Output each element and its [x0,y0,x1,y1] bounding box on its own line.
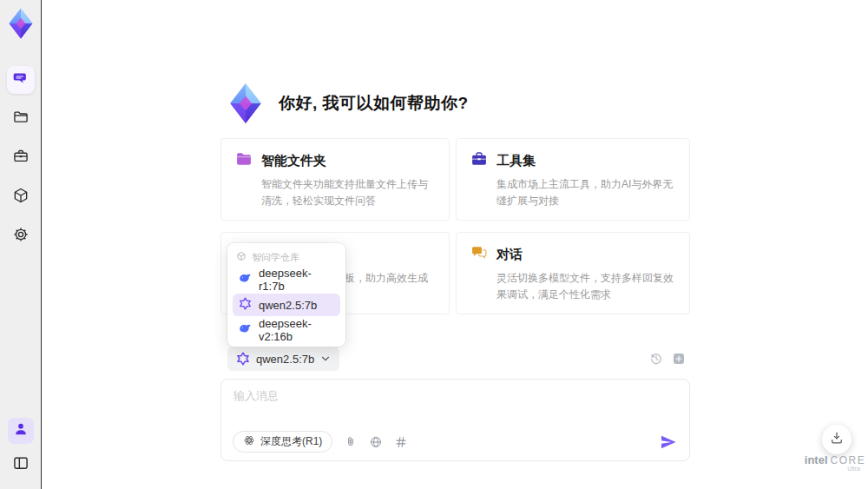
sidebar-bottom [7,418,35,479]
card-toolset[interactable]: 工具集 集成市场上主流工具，助力AI与外界无缝扩展与对接 [456,138,690,221]
card-description: 智能文件夹功能支持批量文件上传与清洗，轻松实现文件问答 [261,176,435,208]
intel-logo-text: intel [805,453,828,466]
message-input[interactable] [233,388,677,421]
app-window: 你好, 我可以如何帮助你? 智能文件夹 智能文件夹功能支持批量文件上传与清洗，轻… [0,0,868,489]
history-icon[interactable] [649,352,663,366]
model-selector-row: qwen2.5:7b [227,347,686,371]
new-chat-icon[interactable] [672,352,686,366]
model-option-deepseek-v2[interactable]: deepseek-v2:16b [233,319,340,341]
gear-icon [12,226,30,247]
model-dropdown-header: 智问学仓库 [233,248,340,266]
hash-icon[interactable] [394,435,408,449]
intel-core-badge: intel CORE Ultra [806,453,864,472]
attachment-icon[interactable] [344,435,358,449]
sidebar-nav [7,66,35,250]
sidebar-item-collapse[interactable] [7,451,35,479]
intel-core-text: CORE [831,454,866,466]
message-composer: 深度思考(R1) [220,379,690,461]
model-option-label: deepseek-r1:7b [259,267,334,293]
chevron-down-icon [320,354,331,364]
panel-icon [12,454,30,475]
folder-icon [12,109,30,129]
download-icon [829,430,845,449]
folder-icon [235,150,253,171]
model-option-qwen[interactable]: qwen2.5:7b [233,294,340,316]
sidebar-item-folders[interactable] [7,105,35,133]
model-option-deepseek-r1[interactable]: deepseek-r1:7b [233,268,340,291]
model-option-label: qwen2.5:7b [259,299,317,312]
chat-icon [12,69,30,90]
deep-think-label: 深度思考(R1) [260,434,322,449]
card-title: 对话 [496,247,523,263]
sidebar-item-settings[interactable] [7,222,35,250]
send-button[interactable] [660,433,677,451]
greeting: 你好, 我可以如何帮助你? [224,82,469,125]
card-title: 智能文件夹 [261,153,326,169]
app-logo-large [224,82,267,125]
cube-icon [236,251,247,263]
atom-icon [243,434,255,449]
card-smart-folder[interactable]: 智能文件夹 智能文件夹功能支持批量文件上传与清洗，轻松实现文件问答 [220,138,450,221]
web-search-icon[interactable] [369,435,383,449]
cube-icon [12,187,30,208]
card-dialog[interactable]: 对话 灵活切换多模型文件，支持多样回复效果调试，满足个性化需求 [456,232,690,314]
composer-toolbar: 深度思考(R1) [233,431,677,453]
user-icon [12,420,30,441]
card-description: 集成市场上主流工具，助力AI与外界无缝扩展与对接 [496,176,675,208]
model-dropdown: 智问学仓库 deepseek-r1:7b qwen2.5:7b [227,243,345,347]
app-logo [4,7,37,40]
chat-bubbles-icon [470,244,488,265]
card-title: 工具集 [496,153,536,169]
briefcase-icon [470,150,488,171]
greeting-title: 你好, 我可以如何帮助你? [279,92,469,115]
qwen-icon [239,297,252,313]
model-selector-value: qwen2.5:7b [256,353,314,366]
deep-think-toggle[interactable]: 深度思考(R1) [233,431,332,453]
model-option-label: deepseek-v2:16b [259,317,334,343]
deepseek-whale-icon [239,322,252,338]
sidebar-item-account[interactable] [8,418,34,444]
briefcase-icon [12,148,30,169]
model-selector-button[interactable]: qwen2.5:7b [227,347,339,371]
sidebar-item-tools[interactable] [7,144,35,172]
sidebar-item-models[interactable] [7,183,35,211]
sidebar-item-chat[interactable] [7,66,35,94]
qwen-icon [236,352,250,366]
download-button[interactable] [822,425,852,454]
card-description: 灵活切换多模型文件，支持多样回复效果调试，满足个性化需求 [496,270,675,302]
model-dropdown-header-label: 智问学仓库 [252,251,299,264]
sidebar [0,0,42,489]
deepseek-whale-icon [239,272,252,287]
intel-ultra-text: Ultra [806,466,864,472]
chat-actions [649,352,686,366]
